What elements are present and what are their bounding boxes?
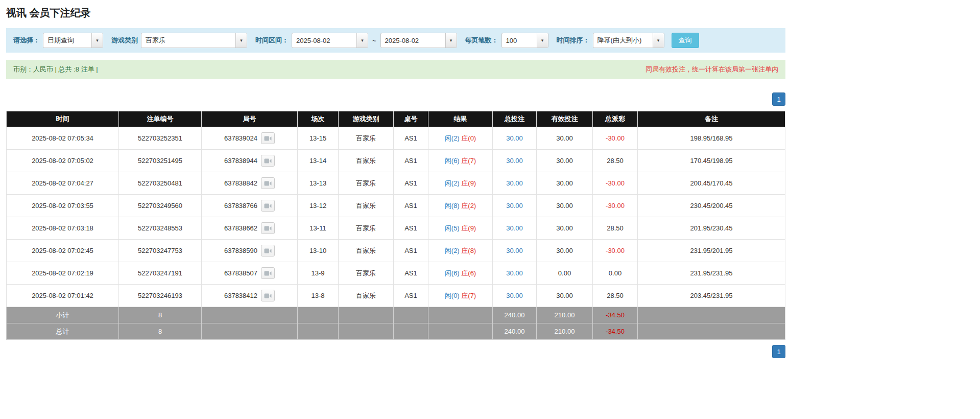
page-size-select[interactable]: 100 ▾ [501,33,548,48]
chevron-down-icon[interactable]: ▾ [235,33,247,48]
cell-table-no: AS1 [394,262,428,285]
video-replay-icon-button[interactable] [261,245,275,257]
cell-game-type: 百家乐 [339,172,394,195]
cell-result: 闲(2) 庄(0) [428,127,493,150]
cell-valid-bet: 0.00 [537,262,593,285]
result-player: 闲(6) [445,269,460,277]
column-header: 桌号 [394,111,428,127]
cell-note: 231.95/201.95 [638,240,785,262]
valid-bet-notice-text: 同局有效投注，统一计算在该局第一张注单内 [646,65,778,74]
search-button[interactable]: 查询 [672,33,699,48]
cell-total-bet: 30.00 [493,262,537,285]
chevron-down-icon[interactable]: ▾ [91,33,103,48]
cell-note: 201.95/230.45 [638,217,785,240]
total-bet-link[interactable]: 30.00 [506,269,523,277]
sort-order-label: 时间排序： [557,36,590,45]
total-bet-link[interactable]: 30.00 [506,247,523,254]
cell-round: 637838662 [202,217,298,240]
cell-valid-bet: 30.00 [537,150,593,172]
date-to-select[interactable]: 2025-08-02 ▾ [380,33,457,48]
cell-table-no: AS1 [394,150,428,172]
column-header: 备注 [638,111,785,127]
cell-payout: -30.00 [593,172,638,195]
cell-game-type: 百家乐 [339,285,394,307]
cell-session: 13-15 [298,127,339,150]
video-replay-icon-button[interactable] [261,132,275,144]
cell-game-type: 百家乐 [339,150,394,172]
sort-order-select[interactable]: 降幂(由大到小) ▾ [593,33,664,48]
video-camera-icon [264,158,272,164]
cell-session: 13-11 [298,217,339,240]
game-type-value: 百家乐 [141,33,235,48]
total-bet-link[interactable]: 30.00 [506,292,523,299]
video-replay-icon-button[interactable] [261,222,275,234]
pagination-top: 1 [6,92,785,106]
cell-valid-bet: 30.00 [537,240,593,262]
chevron-down-icon[interactable]: ▾ [356,33,368,48]
cell-result: 闲(5) 庄(9) [428,217,493,240]
round-id: 637838507 [224,269,257,277]
cell-total-bet: 30.00 [493,240,537,262]
table-row: 2025-08-02 07:05:34522703252351637839024… [7,127,785,150]
grand-total-row-label: 总计 [7,323,119,340]
payout-value: -30.00 [606,202,625,210]
cell-note: 230.45/200.45 [638,195,785,217]
chevron-down-icon[interactable]: ▾ [445,33,457,48]
page-title: 视讯 会员下注纪录 [6,6,785,20]
round-id: 637838590 [224,247,257,254]
date-from-select[interactable]: 2025-08-02 ▾ [292,33,368,48]
result-banker: 庄(9) [461,179,476,187]
result-player: 闲(2) [445,134,460,142]
total-bet-link[interactable]: 30.00 [506,202,523,210]
total-bet-link[interactable]: 30.00 [506,157,523,165]
cell-bet-id: 522703250481 [119,172,202,195]
video-replay-icon-button[interactable] [261,177,275,189]
round-id: 637838842 [224,179,257,187]
column-header: 结果 [428,111,493,127]
result-banker: 庄(6) [461,269,476,277]
round-id: 637838944 [224,157,257,165]
grand-total-row-cell [339,323,394,340]
cell-payout: -30.00 [593,195,638,217]
pagination-page-button[interactable]: 1 [772,345,785,358]
table-row: 2025-08-02 07:01:42522703246193637838412… [7,285,785,307]
total-bet-link[interactable]: 30.00 [506,179,523,187]
cell-valid-bet: 30.00 [537,172,593,195]
query-type-value: 日期查询 [43,33,91,48]
chevron-down-icon[interactable]: ▾ [537,33,548,48]
query-type-label: 请选择： [13,36,40,45]
total-bet-link[interactable]: 30.00 [506,224,523,232]
subtotal-row-cell [339,307,394,323]
cell-total-bet: 30.00 [493,150,537,172]
query-type-select[interactable]: 日期查询 ▾ [43,33,103,48]
payout-value: -30.00 [606,179,625,187]
column-header: 注单编号 [119,111,202,127]
column-header: 有效投注 [537,111,593,127]
cell-session: 13-9 [298,262,339,285]
cell-session: 13-14 [298,150,339,172]
result-banker: 庄(0) [461,134,476,142]
video-replay-icon-button[interactable] [261,290,275,301]
cell-bet-id: 522703252351 [119,127,202,150]
column-header: 总投注 [493,111,537,127]
cell-round: 637838590 [202,240,298,262]
payout-value: 28.50 [607,157,624,165]
game-type-select[interactable]: 百家乐 ▾ [141,33,247,48]
chevron-down-icon[interactable]: ▾ [653,33,664,48]
cell-valid-bet: 30.00 [537,217,593,240]
date-from-value: 2025-08-02 [292,33,356,48]
grand-total-row-cell: 210.00 [537,323,593,340]
column-header: 局号 [202,111,298,127]
table-body: 2025-08-02 07:05:34522703252351637839024… [7,127,785,340]
table-header-row: 时间注单编号局号场次游戏类别桌号结果总投注有效投注总派彩备注 [7,111,785,127]
pagination-page-button[interactable]: 1 [772,92,785,106]
video-replay-icon-button[interactable] [261,155,275,167]
cell-game-type: 百家乐 [339,195,394,217]
total-bet-link[interactable]: 30.00 [506,134,523,142]
video-replay-icon-button[interactable] [261,200,275,212]
round-id: 637838766 [224,202,257,210]
cell-total-bet: 30.00 [493,195,537,217]
cell-time: 2025-08-02 07:03:18 [7,217,119,240]
result-banker: 庄(7) [461,157,476,165]
video-replay-icon-button[interactable] [261,267,275,279]
